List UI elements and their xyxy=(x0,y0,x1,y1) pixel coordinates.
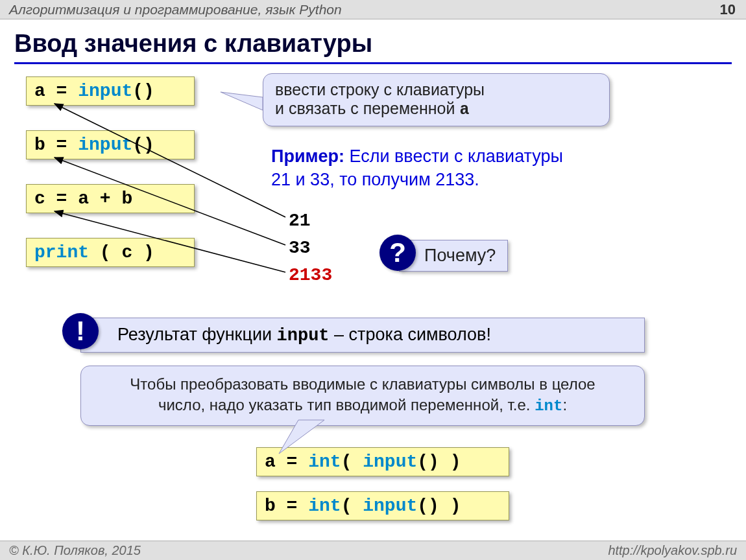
title-underline xyxy=(14,62,732,64)
page-title: Ввод значения с клавиатуры xyxy=(14,30,372,58)
convert-line: число, надо указать тип вводимой перемен… xyxy=(158,396,535,414)
info-bar: Результат функции input – строка символо… xyxy=(80,318,645,353)
bubble-text: ввести строку с клавиатуры xyxy=(275,80,485,99)
code-text: () xyxy=(132,81,154,101)
convert-bubble: Чтобы преобразовать вводимые с клавиатур… xyxy=(80,366,645,426)
code-text: a = xyxy=(265,452,308,472)
slide-header: Алгоритмизация и программирование, язык … xyxy=(0,0,746,19)
convert-line: Чтобы преобразовать вводимые с клавиатур… xyxy=(130,375,595,393)
info-mono: input xyxy=(277,326,330,345)
question-text: Почему? xyxy=(424,246,496,265)
code-box-5: a = int( input() ) xyxy=(256,447,509,476)
code-text: a = xyxy=(34,81,78,101)
output-result: 2133 xyxy=(289,265,332,285)
code-box-6: b = int( input() ) xyxy=(256,491,509,520)
example-label: Пример: xyxy=(271,146,344,166)
convert-line: : xyxy=(562,396,567,414)
example-text: Пример: Если ввести с клавиатуры 21 и 33… xyxy=(271,145,725,192)
info-text: – строка символов! xyxy=(330,325,491,344)
footer-url: http://kpolyakov.spb.ru xyxy=(608,543,737,558)
output-block: 21 33 2133 xyxy=(289,207,332,289)
code-text: () ) xyxy=(417,496,461,516)
code-text: () xyxy=(132,135,154,155)
code-box-4: print ( c ) xyxy=(26,238,195,267)
example-line: 21 и 33, то получим 2133. xyxy=(271,170,479,189)
bubble-text: и связать с переменной xyxy=(275,99,459,117)
code-box-2: b = input() xyxy=(26,130,195,159)
code-text: ( c ) xyxy=(89,242,154,262)
question-icon: ? xyxy=(379,235,416,271)
svg-marker-1 xyxy=(221,92,263,110)
exclaim-icon: ! xyxy=(62,313,99,349)
code-text: () ) xyxy=(417,452,461,472)
code-box-1: a = input() xyxy=(26,76,195,106)
code-text: b = xyxy=(34,135,78,155)
header-title: Алгоритмизация и программирование, язык … xyxy=(9,2,342,18)
slide-footer: © К.Ю. Поляков, 2015 http://kpolyakov.sp… xyxy=(0,541,746,560)
convert-mono: int xyxy=(535,397,562,415)
callout-bubble-1: ввести строку с клавиатуры и связать с п… xyxy=(263,73,610,126)
code-keyword: int xyxy=(308,452,341,472)
code-text: ( xyxy=(341,496,363,516)
code-keyword: input xyxy=(78,81,132,101)
info-text: Результат функции xyxy=(117,325,277,344)
code-keyword: print xyxy=(34,242,89,262)
code-keyword: int xyxy=(308,496,341,516)
example-line: Если ввести с клавиатуры xyxy=(344,146,563,166)
code-text: b = xyxy=(265,496,308,516)
output-line: 33 xyxy=(289,238,311,258)
page-number: 10 xyxy=(720,1,736,18)
code-keyword: input xyxy=(363,452,417,472)
code-box-3: c = a + b xyxy=(26,184,195,213)
code-keyword: input xyxy=(363,496,417,516)
code-keyword: input xyxy=(78,135,132,155)
code-text: ( xyxy=(341,452,363,472)
bubble-mono: a xyxy=(459,100,469,119)
output-line: 21 xyxy=(289,211,311,231)
footer-copyright: © К.Ю. Поляков, 2015 xyxy=(9,543,141,558)
code-text: c = a + b xyxy=(34,189,132,209)
